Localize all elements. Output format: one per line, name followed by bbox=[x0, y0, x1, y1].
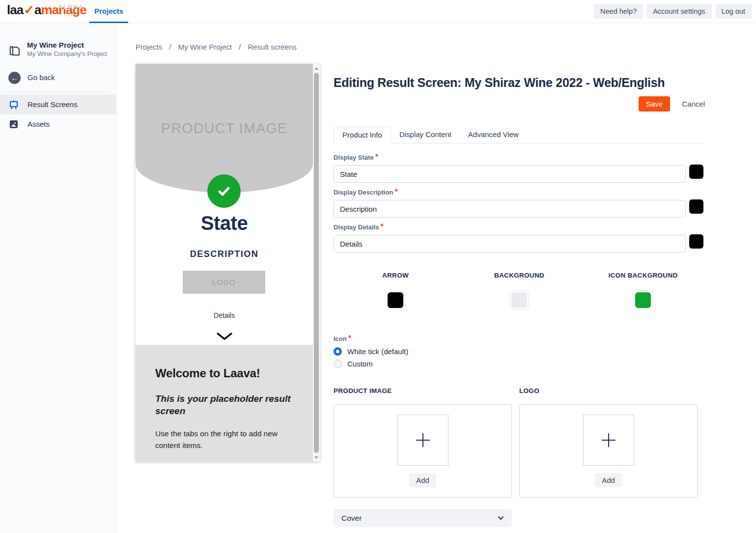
arrow-color-setting: ARROW bbox=[334, 272, 457, 310]
breadcrumb: Projects / My Wine Project / Result scre… bbox=[136, 43, 302, 51]
add-logo-button[interactable]: Add bbox=[595, 473, 622, 487]
display-state-field-group: Display State* bbox=[334, 153, 705, 183]
radio-selected-icon[interactable] bbox=[334, 347, 342, 356]
display-details-label: Display Details bbox=[334, 224, 379, 231]
breadcrumb-result-screens[interactable]: Result screens bbox=[248, 43, 296, 51]
color-settings-row: ARROW BACKGROUND ICON BACKGROUND bbox=[334, 272, 705, 310]
product-image-upload-label: PRODUCT IMAGE bbox=[334, 387, 392, 394]
display-state-color-swatch[interactable] bbox=[688, 163, 705, 180]
chevron-down-icon bbox=[498, 516, 504, 520]
product-image-upload-panel: Add bbox=[334, 404, 512, 498]
chevron-down-icon bbox=[136, 332, 313, 343]
display-details-color-swatch[interactable] bbox=[688, 233, 705, 250]
scroll-down-arrow[interactable] bbox=[313, 454, 320, 461]
sidebar-divider bbox=[4, 91, 112, 92]
sidebar: My Wine Project My Wine Company's Projec… bbox=[0, 23, 116, 533]
image-icon bbox=[8, 119, 19, 132]
display-description-field-group: Display Description* bbox=[334, 188, 705, 218]
display-description-color-swatch[interactable] bbox=[688, 198, 705, 215]
logo-upload-panel: Add bbox=[519, 404, 698, 498]
icon-option-white-tick[interactable]: White tick (default) bbox=[334, 347, 408, 356]
preview-state-text: State bbox=[136, 212, 313, 234]
icon-background-color-label: ICON BACKGROUND bbox=[581, 272, 705, 279]
go-back-button[interactable]: ← Go back bbox=[0, 71, 116, 88]
plus-icon bbox=[600, 431, 617, 449]
check-icon: ✓ bbox=[23, 2, 34, 17]
logo-dropzone[interactable] bbox=[583, 415, 634, 466]
laava-manage-logo[interactable]: laa✓amanage ALPHA bbox=[7, 2, 86, 18]
app-window: laa✓amanage ALPHA Projects Need help? Ac… bbox=[0, 0, 756, 533]
logo-text: laa bbox=[7, 2, 23, 17]
display-details-input[interactable] bbox=[334, 235, 686, 252]
required-marker: * bbox=[375, 153, 378, 161]
preview-details-text: Details bbox=[136, 311, 313, 319]
back-arrow-icon: ← bbox=[8, 72, 21, 84]
arrow-color-label: ARROW bbox=[334, 272, 457, 279]
easel-icon bbox=[8, 99, 19, 112]
arrow-color-swatch[interactable] bbox=[386, 290, 405, 310]
welcome-subtitle: This is your placeholder result screen bbox=[155, 393, 300, 417]
radio-unselected-icon[interactable] bbox=[334, 360, 342, 368]
welcome-title: Welcome to Laava! bbox=[155, 366, 300, 380]
welcome-paragraph: Roll over a content items to access butt… bbox=[155, 461, 300, 462]
welcome-block: Welcome to Laava! This is your placehold… bbox=[136, 345, 313, 462]
account-settings-button[interactable]: Account settings bbox=[646, 4, 711, 19]
cover-dropdown[interactable]: Cover bbox=[334, 509, 512, 527]
icon-section: Icon* White tick (default) Custom bbox=[334, 334, 408, 368]
preview-content: PRODUCT IMAGE State DESCRIPTION LOGO Det… bbox=[136, 64, 313, 462]
display-state-input[interactable] bbox=[334, 165, 686, 183]
required-marker: * bbox=[394, 188, 397, 196]
breadcrumb-my-wine-project[interactable]: My Wine Project bbox=[178, 43, 232, 51]
sidebar-item-assets[interactable]: Assets bbox=[0, 114, 116, 134]
logo-upload-label: LOGO bbox=[519, 387, 539, 394]
plus-icon bbox=[414, 431, 432, 449]
display-description-label: Display Description bbox=[334, 189, 393, 196]
editor-actions: Save Cancel bbox=[639, 96, 705, 112]
save-button[interactable]: Save bbox=[639, 96, 670, 112]
background-color-setting: BACKGROUND bbox=[457, 272, 581, 310]
preview-description-text: DESCRIPTION bbox=[136, 249, 313, 259]
cover-dropdown-value: Cover bbox=[341, 514, 362, 523]
breadcrumb-separator: / bbox=[239, 43, 241, 51]
background-color-swatch[interactable] bbox=[509, 290, 529, 310]
tab-advanced-view[interactable]: Advanced View bbox=[460, 127, 527, 143]
icon-background-color-swatch[interactable] bbox=[633, 290, 653, 310]
product-image-placeholder: PRODUCT IMAGE bbox=[136, 64, 313, 193]
active-tab-underline bbox=[89, 22, 128, 23]
result-screen-preview: PRODUCT IMAGE State DESCRIPTION LOGO Det… bbox=[136, 64, 320, 462]
background-color-label: BACKGROUND bbox=[457, 272, 581, 279]
preview-scrollbar bbox=[313, 64, 320, 462]
scroll-up-arrow[interactable] bbox=[313, 65, 320, 72]
breadcrumb-separator: / bbox=[169, 43, 171, 51]
welcome-paragraph: Use the tabs on the right to add new con… bbox=[155, 428, 300, 451]
top-nav: laa✓amanage ALPHA Projects Need help? Ac… bbox=[0, 0, 756, 23]
log-out-button[interactable]: Log out bbox=[715, 4, 752, 19]
green-tick-icon bbox=[207, 174, 241, 208]
logo-placeholder: LOGO bbox=[183, 271, 265, 294]
breadcrumb-projects[interactable]: Projects bbox=[136, 43, 162, 51]
project-copy-icon bbox=[9, 45, 21, 59]
display-state-label: Display State bbox=[334, 154, 374, 161]
icon-option-custom[interactable]: Custom bbox=[334, 360, 408, 368]
sidebar-item-result-screens[interactable]: Result Screens bbox=[0, 95, 116, 114]
icon-label: Icon bbox=[334, 335, 347, 342]
alpha-badge: ALPHA bbox=[58, 3, 84, 11]
required-marker: * bbox=[348, 334, 351, 342]
tab-product-info[interactable]: Product Info bbox=[334, 127, 391, 143]
editor-tabs: Product Info Display Content Advanced Vi… bbox=[334, 127, 705, 143]
display-description-input[interactable] bbox=[334, 200, 686, 218]
editor-panel: Editing Result Screen: My Shiraz Wine 20… bbox=[334, 74, 705, 533]
product-image-dropzone[interactable] bbox=[397, 415, 448, 466]
required-marker: * bbox=[381, 223, 384, 231]
add-product-image-button[interactable]: Add bbox=[409, 473, 436, 487]
page-title: Editing Result Screen: My Shiraz Wine 20… bbox=[334, 76, 665, 90]
icon-background-color-setting: ICON BACKGROUND bbox=[581, 272, 705, 310]
display-details-field-group: Display Details* bbox=[334, 223, 705, 252]
nav-tab-projects[interactable]: Projects bbox=[89, 0, 128, 23]
nav-actions: Need help? Account settings Log out bbox=[594, 4, 752, 19]
scrollbar-thumb[interactable] bbox=[314, 73, 319, 453]
need-help-button[interactable]: Need help? bbox=[594, 4, 643, 19]
cancel-button[interactable]: Cancel bbox=[682, 100, 705, 108]
tab-display-content[interactable]: Display Content bbox=[391, 127, 460, 143]
logo-text: a bbox=[34, 2, 41, 17]
